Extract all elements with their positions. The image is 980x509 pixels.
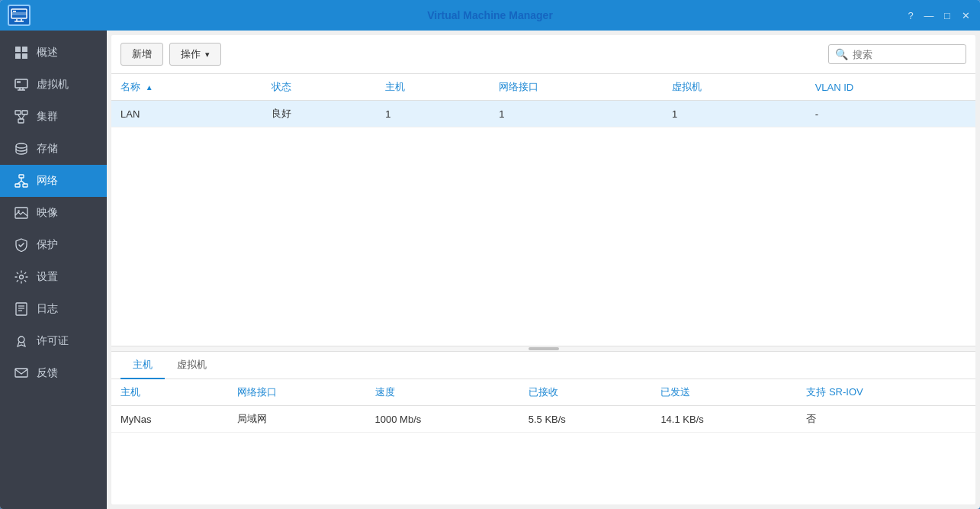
- detail-tabs: 主机 虚拟机: [111, 352, 975, 379]
- storage-icon: [14, 141, 29, 156]
- cell-network-port: 局域网: [228, 406, 365, 433]
- tab-host[interactable]: 主机: [120, 352, 165, 379]
- upper-section: 名称 ▲ 状态 主机 网络接口 虚拟机 VLAN ID LAN: [111, 74, 975, 346]
- svg-rect-30: [16, 303, 27, 315]
- app-logo: [8, 5, 31, 26]
- sidebar-item-storage[interactable]: 存储: [0, 133, 107, 165]
- lower-col-received[interactable]: 已接收: [519, 379, 652, 406]
- svg-point-28: [18, 210, 20, 212]
- sidebar-label-vm: 虚拟机: [37, 78, 69, 92]
- cell-host: 1: [376, 101, 490, 127]
- lower-col-sr-iov[interactable]: 支持 SR-IOV: [797, 379, 975, 406]
- svg-rect-1: [11, 12, 27, 15]
- col-network-port[interactable]: 网络接口: [490, 74, 663, 101]
- cell-sr-iov: 否: [797, 406, 975, 433]
- cell-network-port: 1: [490, 101, 663, 127]
- cell-host: MyNas: [111, 406, 228, 433]
- add-button[interactable]: 新增: [120, 43, 163, 66]
- sidebar-item-overview[interactable]: 概述: [0, 37, 107, 69]
- table-row[interactable]: LAN 良好 1 1 1 -: [111, 101, 975, 127]
- cell-name: LAN: [111, 101, 262, 127]
- pin-button[interactable]: ?: [904, 8, 917, 22]
- svg-line-19: [22, 114, 25, 119]
- logo-icon: [8, 5, 31, 26]
- search-input[interactable]: [853, 49, 959, 60]
- app-window: Virtual Machine Manager ? — □ ✕ 概述 虚拟: [0, 0, 980, 509]
- cell-vlan-id: -: [806, 101, 975, 127]
- col-vlan-id[interactable]: VLAN ID: [806, 74, 975, 101]
- main-content: 新增 操作 🔍 名称 ▲: [111, 35, 975, 504]
- window-controls: ? — □ ✕: [904, 8, 972, 22]
- tab-vm[interactable]: 虚拟机: [165, 352, 219, 379]
- sidebar-label-license: 许可证: [37, 334, 69, 348]
- sidebar-label-storage: 存储: [37, 142, 58, 156]
- svg-rect-9: [22, 53, 27, 59]
- lower-table-wrap: 主机 网络接口 速度 已接收 已发送 支持 SR-IOV MyNas: [111, 379, 975, 504]
- svg-rect-2: [13, 11, 16, 12]
- sort-asc-icon: ▲: [146, 83, 153, 92]
- sidebar-item-license[interactable]: 许可证: [0, 325, 107, 357]
- svg-rect-10: [15, 79, 27, 88]
- close-button[interactable]: ✕: [959, 8, 972, 22]
- lower-col-host[interactable]: 主机: [111, 379, 228, 406]
- svg-rect-6: [15, 47, 21, 52]
- lower-col-sent[interactable]: 已发送: [651, 379, 797, 406]
- svg-rect-8: [15, 53, 21, 59]
- svg-line-18: [18, 114, 21, 119]
- svg-rect-21: [19, 175, 24, 178]
- cell-vhost: 1: [663, 101, 806, 127]
- action-button[interactable]: 操作: [169, 43, 221, 66]
- svg-rect-35: [15, 369, 27, 377]
- image-icon: [14, 205, 29, 221]
- sidebar-item-image[interactable]: 映像: [0, 197, 107, 229]
- sidebar-item-network[interactable]: 网络: [0, 165, 107, 197]
- svg-rect-17: [18, 119, 24, 123]
- sidebar-item-protection[interactable]: 保护: [0, 229, 107, 261]
- lower-section: 主机 虚拟机 主机 网络接口 速度 已接收 已发送 支: [111, 352, 975, 504]
- sidebar-item-cluster[interactable]: 集群: [0, 101, 107, 133]
- overview-icon: [14, 45, 29, 60]
- network-icon: [14, 173, 29, 188]
- protection-icon: [14, 237, 29, 253]
- host-detail-table: 主机 网络接口 速度 已接收 已发送 支持 SR-IOV MyNas: [111, 379, 975, 433]
- toolbar: 新增 操作 🔍: [111, 35, 975, 74]
- svg-rect-7: [22, 47, 27, 52]
- sidebar-item-log[interactable]: 日志: [0, 293, 107, 325]
- sidebar-label-feedback: 反馈: [37, 366, 58, 380]
- sidebar-item-settings[interactable]: 设置: [0, 261, 107, 293]
- sidebar-item-vm[interactable]: 虚拟机: [0, 69, 107, 101]
- sidebar-label-cluster: 集群: [37, 110, 58, 124]
- sidebar-label-log: 日志: [37, 302, 58, 316]
- lower-col-speed[interactable]: 速度: [366, 379, 519, 406]
- divider-handle: [529, 347, 559, 350]
- app-title: Virtual Machine Manager: [427, 9, 553, 21]
- minimize-button[interactable]: —: [922, 8, 936, 22]
- sidebar-item-feedback[interactable]: 反馈: [0, 357, 107, 389]
- svg-point-29: [20, 275, 24, 279]
- col-status[interactable]: 状态: [262, 74, 376, 101]
- lower-col-network-port[interactable]: 网络接口: [228, 379, 365, 406]
- table-row[interactable]: MyNas 局域网 1000 Mb/s 5.5 KB/s 14.1 KB/s 否: [111, 406, 975, 433]
- svg-rect-11: [17, 81, 21, 83]
- svg-rect-15: [15, 111, 21, 114]
- svg-point-20: [16, 143, 27, 148]
- network-table: 名称 ▲ 状态 主机 网络接口 虚拟机 VLAN ID LAN: [111, 74, 975, 127]
- col-name[interactable]: 名称 ▲: [111, 74, 262, 101]
- maximize-button[interactable]: □: [940, 8, 954, 22]
- cell-received: 5.5 KB/s: [519, 406, 652, 433]
- title-bar: Virtual Machine Manager ? — □ ✕: [0, 0, 980, 31]
- sidebar-label-settings: 设置: [37, 270, 58, 284]
- svg-rect-22: [15, 184, 20, 187]
- sidebar-label-protection: 保护: [37, 238, 58, 252]
- col-vhost[interactable]: 虚拟机: [663, 74, 806, 101]
- sidebar-label-image: 映像: [37, 206, 58, 220]
- svg-rect-23: [23, 184, 27, 187]
- col-host[interactable]: 主机: [376, 74, 490, 101]
- settings-icon: [14, 269, 29, 285]
- svg-rect-16: [22, 111, 27, 114]
- log-icon: [14, 301, 29, 317]
- search-box[interactable]: 🔍: [828, 44, 966, 64]
- search-icon: 🔍: [835, 48, 848, 60]
- resize-divider[interactable]: [111, 346, 975, 352]
- sidebar-label-network: 网络: [37, 174, 58, 188]
